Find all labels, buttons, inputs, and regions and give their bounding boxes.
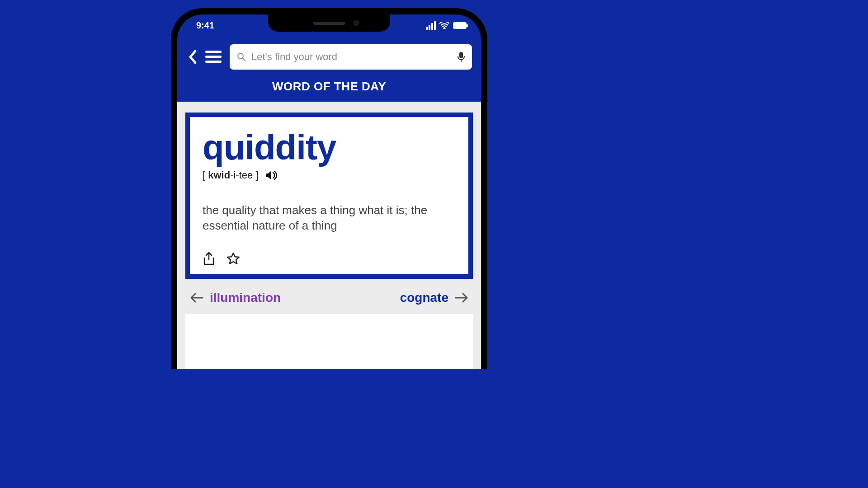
- phone-notch: [268, 14, 390, 32]
- card-actions: [203, 252, 456, 266]
- menu-button[interactable]: [205, 51, 222, 63]
- app-header: [177, 36, 481, 76]
- word-card: quiddity [ kwid-i-tee ] the quality that…: [185, 113, 473, 279]
- back-button[interactable]: [188, 49, 197, 65]
- word-nav: illumination cognate: [185, 279, 473, 314]
- prev-word-label: illumination: [210, 291, 281, 305]
- section-title: WORD OF THE DAY: [177, 76, 481, 102]
- prev-word-link[interactable]: illumination: [190, 291, 281, 305]
- pronunciation-row: [ kwid-i-tee ]: [203, 169, 456, 181]
- svg-rect-6: [459, 52, 463, 58]
- svg-rect-2: [205, 56, 222, 58]
- svg-point-4: [238, 53, 243, 59]
- battery-icon: [453, 22, 467, 29]
- mic-icon[interactable]: [458, 52, 465, 62]
- svg-point-0: [443, 27, 445, 29]
- svg-rect-1: [205, 51, 222, 53]
- search-input[interactable]: [251, 51, 452, 63]
- wifi-icon: [439, 22, 449, 29]
- pronunciation-text: [ kwid-i-tee ]: [203, 169, 259, 181]
- phone-frame: 9:41: [171, 8, 487, 369]
- next-word-link[interactable]: cognate: [400, 291, 468, 305]
- search-icon: [237, 52, 246, 61]
- arrow-right-icon: [455, 292, 468, 303]
- favorite-button[interactable]: [226, 252, 241, 266]
- next-card-preview: [185, 314, 473, 369]
- share-button[interactable]: [203, 252, 215, 266]
- speaker-icon[interactable]: [265, 169, 278, 181]
- definition-text: the quality that makes a thing what it i…: [203, 203, 456, 234]
- status-indicators: [426, 21, 467, 30]
- next-word-label: cognate: [400, 291, 448, 305]
- content-area: quiddity [ kwid-i-tee ] the quality that…: [177, 102, 481, 369]
- status-time: 9:41: [192, 20, 214, 31]
- svg-rect-3: [205, 61, 222, 63]
- arrow-left-icon: [190, 292, 203, 303]
- signal-icon: [426, 21, 436, 30]
- search-box[interactable]: [230, 44, 472, 70]
- phone-screen: 9:41: [177, 14, 481, 369]
- front-camera: [353, 20, 359, 26]
- svg-line-5: [243, 58, 245, 61]
- headword: quiddity: [203, 130, 456, 165]
- speaker-grille: [313, 22, 345, 25]
